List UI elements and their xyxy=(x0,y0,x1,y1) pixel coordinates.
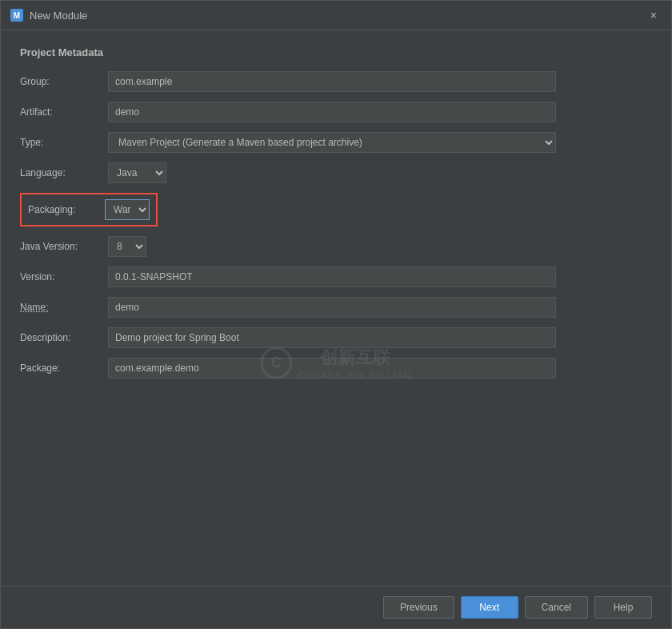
group-label: Group: xyxy=(20,76,108,87)
help-button[interactable]: Help xyxy=(594,596,652,619)
package-input[interactable] xyxy=(108,358,556,379)
module-icon: M xyxy=(10,9,23,22)
java-version-label: Java Version: xyxy=(20,241,108,252)
java-version-row: Java Version: 8 11 17 21 xyxy=(20,236,652,257)
java-version-select[interactable]: 8 11 17 21 xyxy=(108,236,146,257)
type-row: Type: Maven Project (Generate a Maven ba… xyxy=(20,132,652,153)
close-button[interactable]: × xyxy=(646,7,662,23)
packaging-select[interactable]: War Jar xyxy=(105,199,150,220)
dialog-footer: Previous Next Cancel Help xyxy=(1,586,671,628)
dialog-title: New Module xyxy=(30,10,87,22)
cancel-button[interactable]: Cancel xyxy=(525,596,588,619)
packaging-highlighted-row: Packaging: War Jar xyxy=(20,193,158,226)
package-row: Package: xyxy=(20,358,652,379)
description-row: Description: xyxy=(20,327,652,348)
name-input[interactable] xyxy=(108,297,556,318)
version-input[interactable] xyxy=(108,266,556,287)
description-input[interactable] xyxy=(108,327,556,348)
name-label: Name: xyxy=(20,302,108,313)
group-input[interactable] xyxy=(108,71,556,92)
new-module-dialog: M New Module × Project Metadata Group: A… xyxy=(0,0,672,629)
title-bar: M New Module × xyxy=(1,1,671,30)
section-title: Project Metadata xyxy=(20,46,652,58)
language-label: Language: xyxy=(20,167,108,178)
artifact-row: Artifact: xyxy=(20,102,652,122)
packaging-label: Packaging: xyxy=(28,204,105,215)
description-label: Description: xyxy=(20,332,108,343)
package-label: Package: xyxy=(20,363,108,374)
type-select[interactable]: Maven Project (Generate a Maven based pr… xyxy=(108,132,556,153)
artifact-input[interactable] xyxy=(108,102,556,122)
group-row: Group: xyxy=(20,71,652,92)
title-bar-left: M New Module xyxy=(10,9,87,22)
version-row: Version: xyxy=(20,266,652,287)
version-label: Version: xyxy=(20,271,108,282)
next-button[interactable]: Next xyxy=(461,596,518,619)
language-select[interactable]: Java Kotlin Groovy xyxy=(108,162,166,183)
language-row: Language: Java Kotlin Groovy xyxy=(20,162,652,183)
dialog-body: Project Metadata Group: Artifact: Type: … xyxy=(1,30,671,586)
type-select-wrapper: Maven Project (Generate a Maven based pr… xyxy=(108,132,556,153)
previous-button[interactable]: Previous xyxy=(383,596,454,619)
type-label: Type: xyxy=(20,137,108,148)
name-row: Name: xyxy=(20,297,652,318)
artifact-label: Artifact: xyxy=(20,106,108,118)
